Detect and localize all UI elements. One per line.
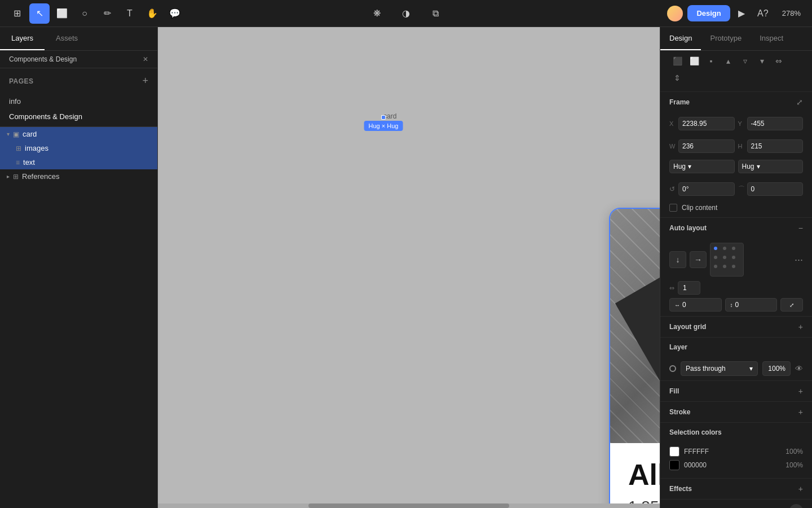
text-tool-button[interactable]: T [120,3,140,24]
layers-toggle-button[interactable]: ⧉ [425,3,445,24]
layer-item-text[interactable]: ≡ text [0,155,157,169]
color-swatch-black[interactable] [669,460,679,470]
clip-content-row: Clip content [660,200,812,217]
pen-icon: ✏ [104,8,111,19]
align-top-button[interactable]: ▴ [720,53,736,69]
right-panel-tabs: Design Prototype Inspect [660,27,812,51]
hug-h-select[interactable]: Hug ▾ [738,160,804,173]
card-frame[interactable]: All Pins 1,851 Pins [609,208,660,508]
align-dot-tl[interactable] [714,247,717,250]
tab-assets[interactable]: Assets [45,27,89,50]
hand-icon: ✋ [147,8,158,19]
align-dot-mr[interactable] [732,256,735,259]
al-gap-input[interactable]: 1 [678,281,700,295]
distribute-h-button[interactable]: ⇔ [771,53,787,69]
align-bottom-button[interactable]: ▾ [754,53,770,69]
corner-field: ⌒ 0 [738,182,804,196]
tab-prototype[interactable]: Prototype [701,27,751,50]
align-dot-br[interactable] [732,265,735,268]
al-more-button[interactable]: ··· [795,254,803,266]
page-item-label: info [9,97,21,106]
stroke-section: Stroke + [660,402,812,423]
layer-item-card[interactable]: ▾ ▣ card [0,127,157,141]
toolbar: ⊞ ↖ ⬜ ○ ✏ T ✋ 💬 ❋ ◑ ⧉ [0,0,812,27]
menu-button[interactable]: ⊞ [7,3,27,24]
al-direction-row: ↓ → ··· [669,243,803,277]
frame-resize-button[interactable]: ⤢ [796,98,803,107]
distribute-v-button[interactable]: ⇕ [669,70,685,86]
align-dot-ml[interactable] [714,256,717,259]
rotation-input[interactable]: 0° [678,182,735,196]
visibility-button[interactable]: 👁 [795,364,803,373]
tab-design[interactable]: Design [660,27,701,50]
align-right-button[interactable]: ▪ [703,53,719,69]
align-center-h-button[interactable]: ⬜ [686,53,702,69]
zoom-level[interactable]: 278% [778,7,805,20]
components-icon: ❋ [373,8,381,19]
help-button[interactable]: A? [753,3,773,24]
al-padding-v-input[interactable]: ↕ 0 [725,298,778,312]
y-input[interactable]: -455 [747,117,804,130]
color-row-black: 000000 100% [669,460,803,470]
move-tool-button[interactable]: ↖ [29,3,50,24]
stroke-header: Stroke + [660,402,812,422]
add-layout-grid-button[interactable]: + [798,322,803,331]
tab-layers[interactable]: Layers [0,27,45,50]
frame-icon: ⬜ [56,8,68,19]
h-input[interactable]: 215 [747,139,804,153]
al-down-button[interactable]: ↓ [669,251,686,268]
opacity-input[interactable]: 100% [762,361,791,376]
layer-item-images[interactable]: ⊞ images [0,141,157,155]
clip-content-checkbox[interactable] [669,204,677,212]
components-button[interactable]: ❋ [367,3,387,24]
align-dot-bl[interactable] [714,265,717,268]
corner-input[interactable]: 0 [747,182,804,196]
canvas-scrollbar[interactable] [158,503,660,508]
panel-tabs: Layers Assets [0,27,157,51]
frame-tool-button[interactable]: ⬜ [52,3,72,24]
al-right-button[interactable]: → [690,251,707,268]
align-left-button[interactable]: ⬛ [669,53,685,69]
hand-tool-button[interactable]: ✋ [142,3,162,24]
theme-button[interactable]: ◑ [396,3,416,24]
add-page-button[interactable]: + [142,75,148,87]
page-item-info[interactable]: info [0,94,157,109]
align-dot-bc[interactable] [723,265,726,268]
breadcrumb-close-icon[interactable]: ✕ [143,55,148,63]
add-stroke-button[interactable]: + [798,408,803,417]
color-swatch-white[interactable] [669,446,679,457]
hug-w-select[interactable]: Hug ▾ [669,160,735,173]
chevron-down-icon: ▾ [7,131,10,137]
share-button[interactable]: Design [687,5,730,21]
layers-icon: ⧉ [433,8,439,19]
comment-tool-button[interactable]: 💬 [165,3,185,24]
pen-tool-button[interactable]: ✏ [97,3,117,24]
help-icon-button[interactable]: ? [789,504,803,508]
align-dot-tr[interactable] [732,247,735,250]
canvas[interactable]: card All Pins 1,851 Pins [158,27,660,508]
selection-handle-mr[interactable] [381,115,386,120]
tab-inspect[interactable]: Inspect [751,27,792,50]
align-dot-tc[interactable] [723,247,726,250]
align-center-v-button[interactable]: ▿ [737,53,753,69]
align-dot-mc[interactable] [723,256,726,259]
al-corner-r-input[interactable]: ⤢ [780,298,803,312]
x-input[interactable]: 2238.95 [678,117,735,130]
play-button[interactable]: ▶ [735,5,748,22]
layer-item-references[interactable]: ▸ ⊞ References [0,169,157,183]
alignment-section: ⬛ ⬜ ▪ ▴ ▿ ▾ ⇔ ⇕ [660,51,812,92]
effects-section: Effects + [660,479,812,500]
fill-header: Fill + [660,381,812,401]
frame-section-header: Frame ⤢ [660,92,812,112]
add-effect-button[interactable]: + [798,484,803,493]
add-fill-button[interactable]: + [798,387,803,396]
page-item-components[interactable]: Components & Design [0,109,157,124]
color-row-white: FFFFFF 100% [669,446,803,457]
al-padding-h-input[interactable]: ↔ 0 [669,298,722,312]
text-layer-icon: ≡ [16,159,20,167]
remove-auto-layout-button[interactable]: − [798,224,803,233]
blend-mode-select[interactable]: Pass through ▾ [681,361,758,376]
shape-tool-button[interactable]: ○ [74,3,95,24]
canvas-scrollbar-thumb[interactable] [308,503,509,508]
w-input[interactable]: 236 [678,139,735,153]
